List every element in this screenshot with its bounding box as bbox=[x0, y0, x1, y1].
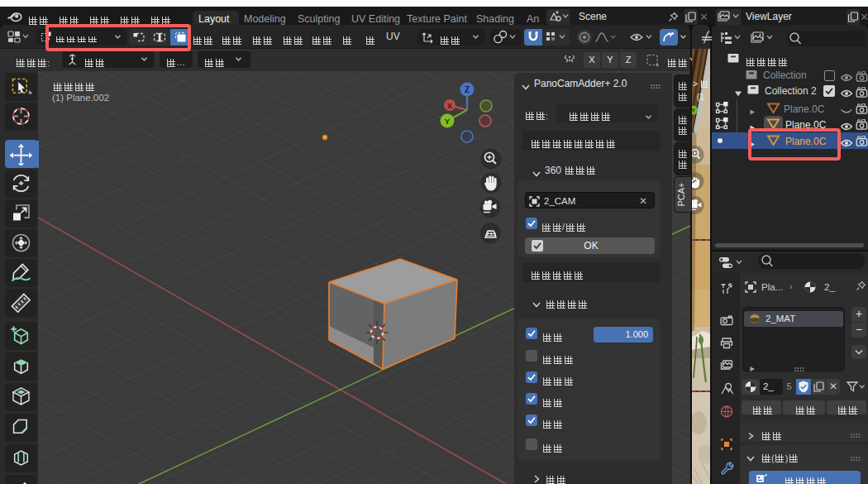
svg-text:Z: Z bbox=[465, 85, 470, 94]
svg-text:Y: Y bbox=[445, 117, 451, 126]
svg-text:X: X bbox=[447, 102, 452, 110]
svg-text:Y: Y bbox=[692, 108, 695, 113]
